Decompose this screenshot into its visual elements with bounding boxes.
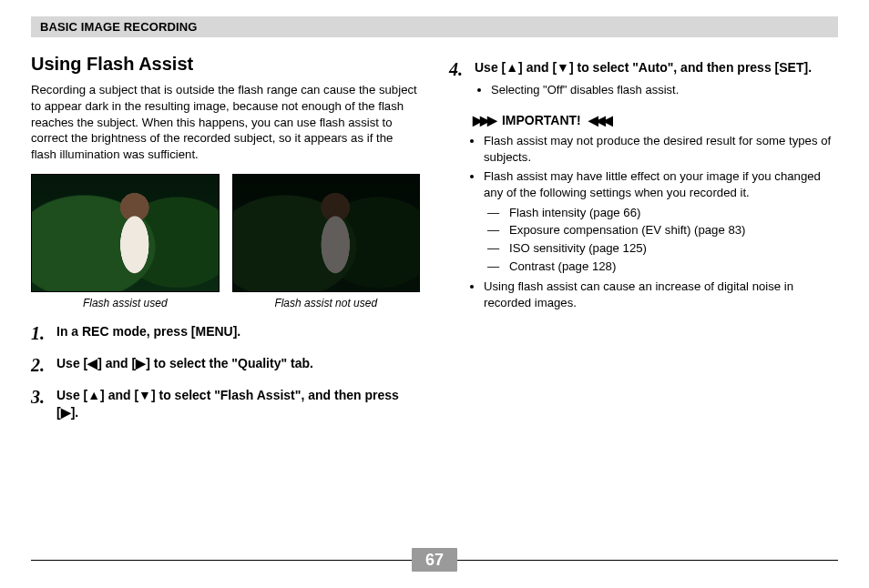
photo-flash-assist-used	[31, 174, 220, 292]
step-4-text: Use [▲] and [▼] to select "Auto", and th…	[475, 60, 812, 75]
steps-list-left: In a REC mode, press [MENU]. Use [◀] and…	[31, 323, 420, 421]
important-item-1: Flash assist may not produce the desired…	[484, 133, 838, 166]
settings-dash-list: Flash intensity (page 66) Exposure compe…	[484, 205, 838, 275]
two-column-layout: Using Flash Assist Recording a subject t…	[31, 46, 838, 436]
photo-flash-assist-not-used	[232, 174, 421, 292]
section-header: BASIC IMAGE RECORDING	[31, 16, 838, 37]
step-1: In a REC mode, press [MENU].	[31, 323, 420, 340]
step-2: Use [◀] and [▶] to select the "Quality" …	[31, 355, 420, 372]
step-4: Use [▲] and [▼] to select "Auto", and th…	[449, 59, 838, 97]
step-4-sublist: Selecting "Off" disables flash assist.	[475, 82, 838, 98]
right-column: Use [▲] and [▼] to select "Auto", and th…	[449, 46, 838, 436]
important-heading: ▶▶▶ IMPORTANT! ◀◀◀	[469, 112, 838, 129]
page-number: 67	[412, 548, 457, 572]
important-item-2: Flash assist may have little effect on y…	[484, 168, 838, 275]
important-item-3: Using flash assist can cause an increase…	[484, 279, 838, 311]
important-item-2-text: Flash assist may have little effect on y…	[484, 169, 821, 199]
dash-exposure-comp: Exposure compensation (EV shift) (page 8…	[487, 222, 838, 238]
step-4-sub: Selecting "Off" disables flash assist.	[491, 82, 838, 98]
dash-flash-intensity: Flash intensity (page 66)	[487, 205, 838, 221]
ornament-right-icon: ◀◀◀	[588, 113, 610, 127]
important-label: IMPORTANT!	[502, 113, 581, 127]
important-list: Flash assist may not produce the desired…	[449, 133, 838, 310]
page-footer: 67	[31, 548, 838, 572]
page-title: Using Flash Assist	[31, 52, 420, 76]
ornament-left-icon: ▶▶▶	[473, 113, 495, 127]
caption-not-used: Flash assist not used	[232, 296, 421, 310]
intro-paragraph: Recording a subject that is outside the …	[31, 82, 420, 163]
left-column: Using Flash Assist Recording a subject t…	[31, 46, 420, 436]
figure-row: Flash assist used Flash assist not used	[31, 174, 420, 310]
caption-used: Flash assist used	[31, 296, 220, 310]
figure-flash-assist-used: Flash assist used	[31, 174, 220, 310]
step-3: Use [▲] and [▼] to select "Flash Assist"…	[31, 387, 420, 421]
steps-list-right: Use [▲] and [▼] to select "Auto", and th…	[449, 59, 838, 97]
figure-flash-assist-not-used: Flash assist not used	[232, 174, 421, 310]
dash-contrast: Contrast (page 128)	[487, 259, 838, 275]
dash-iso-sensitivity: ISO sensitivity (page 125)	[487, 240, 838, 257]
manual-page: BASIC IMAGE RECORDING Using Flash Assist…	[0, 0, 869, 588]
